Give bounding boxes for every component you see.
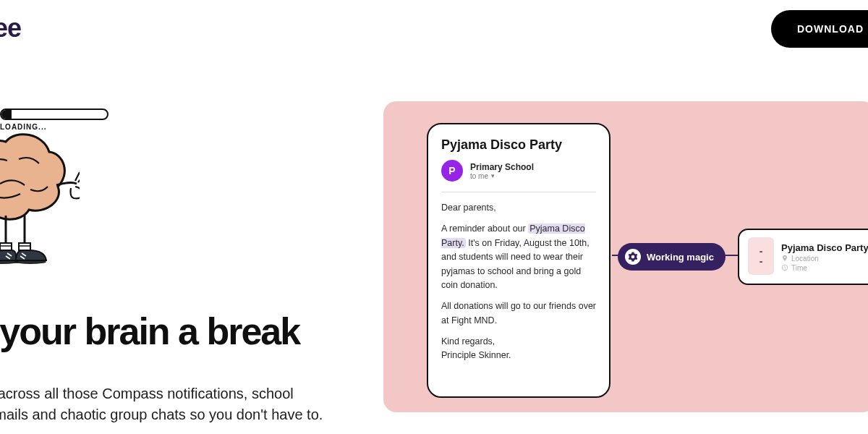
loading-track [0,109,109,120]
logo[interactable]: dee [0,13,21,43]
email-signoff: Kind regards, Principle Skinner. [441,335,596,363]
brain-illustration: LOADING... [0,116,116,289]
hero-headline: e your brain a break [0,310,299,353]
avatar: P [441,160,463,182]
event-time-row: Time [781,264,868,272]
email-body: Dear parents, A reminder about our Pyjam… [441,201,596,363]
email-from-row: P Primary School to me ▾ [441,160,596,182]
email-body-main: A reminder about our Pyjama Disco Party.… [441,222,596,292]
email-signoff-2: Principle Skinner. [441,350,511,360]
hero-subtext: ays across all those Compass notificatio… [0,383,376,425]
loading-fill [1,110,12,119]
event-thumb-1: - [760,246,763,256]
divider [441,192,596,192]
svg-rect-0 [0,243,12,250]
svg-point-5 [14,260,46,264]
to-line[interactable]: to me ▾ [470,172,534,180]
event-location: Location [791,255,819,263]
clock-icon [781,264,788,271]
hero-subtext-line2: s, emails and chaotic group chats so you… [0,407,323,422]
email-donation-line: All donations will go to our friends ove… [441,299,596,328]
event-meta: Pyjama Disco Party Location Time [781,237,868,276]
event-date-thumb: - - [748,237,774,275]
email-card: Pyjama Disco Party P Primary School to m… [427,123,610,398]
event-card[interactable]: - - Pyjama Disco Party Location Time [738,229,868,285]
email-subject: Pyjama Disco Party [441,137,596,153]
working-magic-pill: Working magic [618,243,726,271]
event-time: Time [791,264,807,272]
email-signoff-1: Kind regards, [441,336,495,346]
from-name: Primary School [470,162,534,172]
event-location-row: Location [781,255,868,263]
to-line-text: to me [470,172,488,180]
header: dee DOWNLOAD [0,0,868,58]
brain-icon [0,123,80,282]
working-magic-label: Working magic [647,252,714,263]
gear-icon [625,249,641,265]
svg-rect-1 [19,243,30,250]
email-body-pre: A reminder about our [441,224,528,234]
hero-subtext-line1: ays across all those Compass notificatio… [0,386,294,401]
email-greeting: Dear parents, [441,201,596,215]
location-icon [781,255,788,262]
from-lines: Primary School to me ▾ [470,162,534,180]
download-button[interactable]: DOWNLOAD [771,10,868,48]
chevron-down-icon: ▾ [491,172,495,179]
event-thumb-2: - [760,256,763,266]
event-title: Pyjama Disco Party [781,242,868,253]
